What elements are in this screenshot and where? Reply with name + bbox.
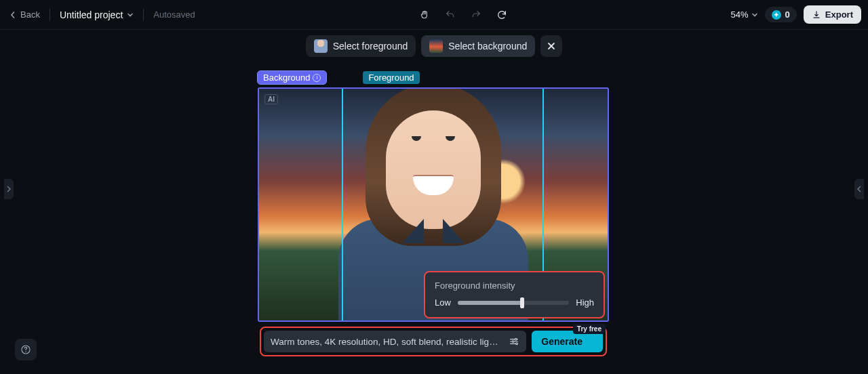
credit-icon: ✦ [772, 10, 781, 20]
zoom-value: 54% [731, 9, 749, 20]
svg-point-2 [516, 343, 518, 345]
redo-button[interactable] [467, 5, 486, 24]
autosave-status: Autosaved [153, 9, 195, 20]
svg-point-4 [25, 351, 26, 352]
select-background-pill[interactable]: Select background [421, 35, 535, 57]
pan-hand-button[interactable] [415, 5, 434, 24]
divider [50, 9, 50, 21]
background-layer-tag[interactable]: Background i [258, 71, 326, 84]
right-panel-toggle[interactable] [854, 179, 864, 199]
chevron-left-icon [856, 186, 862, 192]
export-label: Export [825, 9, 853, 20]
background-thumb-icon [429, 39, 443, 53]
foreground-tag-label: Foreground [368, 72, 414, 83]
chevron-left-icon [9, 12, 16, 18]
try-free-badge: Try free [573, 324, 606, 334]
project-title: Untitled project [60, 9, 123, 20]
intensity-slider[interactable] [458, 301, 569, 305]
refresh-button[interactable] [492, 5, 511, 24]
hand-icon [419, 9, 430, 20]
ai-chip: AI [264, 94, 278, 104]
background-tag-label: Background [263, 72, 310, 83]
close-selection-button[interactable] [540, 35, 562, 57]
project-title-dropdown[interactable]: Untitled project [60, 9, 134, 20]
intensity-high-label: High [576, 297, 594, 308]
select-background-label: Select background [448, 41, 527, 51]
top-bar: Back Untitled project Autosaved 54% ✦ [0, 0, 868, 30]
refresh-icon [496, 9, 507, 20]
select-foreground-pill[interactable]: Select foreground [306, 35, 416, 57]
prompt-input[interactable]: Warm tones, 4K resolution, HD, soft blen… [264, 331, 526, 352]
select-foreground-label: Select foreground [333, 41, 408, 51]
prompt-bar: Warm tones, 4K resolution, HD, soft blen… [260, 327, 607, 356]
svg-point-1 [513, 341, 515, 343]
back-button[interactable]: Back [9, 9, 40, 20]
help-button[interactable] [15, 339, 37, 360]
sliders-icon [509, 336, 519, 347]
undo-icon [445, 9, 456, 20]
info-icon: i [313, 74, 321, 82]
generate-button[interactable]: Generate Try free [532, 331, 603, 352]
undo-button[interactable] [441, 5, 460, 24]
chevron-right-icon [6, 186, 12, 192]
divider [143, 9, 144, 21]
intensity-low-label: Low [435, 297, 451, 308]
close-icon [547, 41, 556, 51]
chevron-down-icon [127, 12, 134, 18]
chevron-down-icon [751, 12, 758, 18]
intensity-title: Foreground intensity [435, 280, 594, 291]
svg-point-0 [515, 338, 517, 340]
export-button[interactable]: Export [804, 5, 861, 24]
back-label: Back [20, 9, 40, 20]
prompt-text: Warm tones, 4K resolution, HD, soft blen… [271, 337, 498, 347]
download-icon [812, 10, 821, 20]
prompt-settings-button[interactable] [509, 336, 519, 347]
redo-icon [471, 9, 481, 20]
foreground-layer-tag[interactable]: Foreground [363, 71, 419, 84]
help-icon [20, 344, 31, 355]
foreground-intensity-panel: Foreground intensity Low High [424, 271, 605, 318]
zoom-dropdown[interactable]: 54% [731, 9, 758, 20]
credits-value: 0 [785, 9, 790, 20]
layer-tags: Background i Foreground [258, 71, 609, 84]
left-panel-toggle[interactable] [4, 179, 14, 199]
credits-pill[interactable]: ✦ 0 [765, 7, 797, 22]
generate-label: Generate [541, 336, 583, 347]
selection-pills: Select foreground Select background [0, 35, 868, 57]
foreground-thumb-icon [314, 39, 328, 53]
